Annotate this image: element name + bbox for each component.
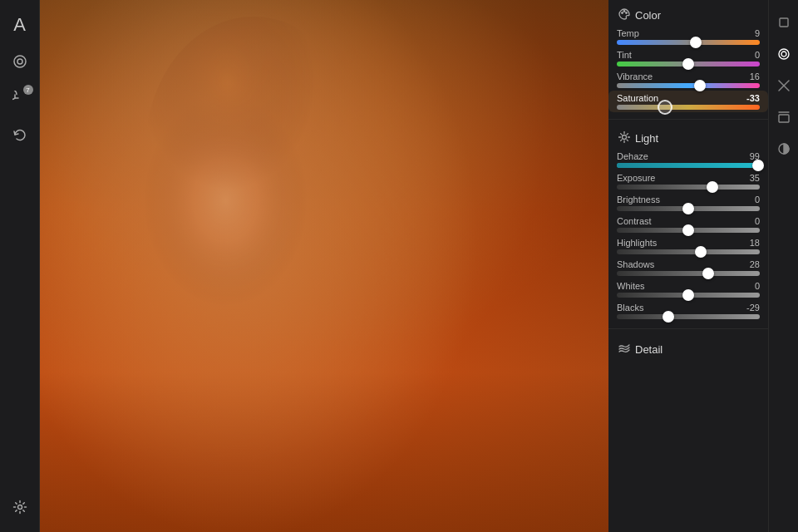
saturation-slider-row: Saturation -33 xyxy=(608,91,768,112)
svg-line-15 xyxy=(627,134,628,135)
vibrance-label: Vibrance xyxy=(617,71,653,81)
svg-rect-17 xyxy=(780,18,788,27)
settings-button[interactable] xyxy=(5,492,35,522)
blacks-label: Blacks xyxy=(617,303,643,313)
light-header-label: Light xyxy=(635,132,658,145)
exposure-label: Exposure xyxy=(617,173,655,183)
right-panel: Color Temp 9 Tint 0 Vibrance xyxy=(608,0,768,532)
svg-point-2 xyxy=(17,505,22,510)
shadows-label: Shadows xyxy=(617,259,654,269)
crop-icon-button[interactable] xyxy=(771,10,796,35)
vibrance-value: 16 xyxy=(740,71,760,81)
detail-section-header: Detail xyxy=(608,337,768,360)
color-section-header: Color xyxy=(608,3,768,26)
svg-line-16 xyxy=(621,140,623,141)
light-icon xyxy=(618,131,630,145)
temp-slider[interactable] xyxy=(617,40,760,45)
undo-button[interactable] xyxy=(5,120,35,150)
light-section-header: Light xyxy=(608,126,768,149)
filter-icon-button[interactable] xyxy=(771,42,796,66)
color-section: Color Temp 9 Tint 0 Vibrance xyxy=(608,0,768,116)
text-tool-button[interactable]: A xyxy=(5,10,35,40)
exposure-slider-row: Exposure 35 xyxy=(608,170,768,192)
temp-slider-row: Temp 9 xyxy=(608,26,768,47)
tint-slider-row: Tint 0 xyxy=(608,47,768,69)
photo-background xyxy=(40,0,608,532)
brush-icon-button[interactable] xyxy=(771,73,796,98)
svg-point-6 xyxy=(623,11,625,12)
vibrance-slider-row: Vibrance 16 xyxy=(608,69,768,91)
svg-point-1 xyxy=(17,59,22,64)
dehaze-slider-row: Dehaze 99 xyxy=(608,149,768,170)
detail-header-label: Detail xyxy=(635,343,663,356)
tint-label: Tint xyxy=(617,50,632,60)
left-toolbar: A 7 xyxy=(0,0,40,532)
highlights-value: 18 xyxy=(740,238,760,248)
brightness-slider[interactable] xyxy=(617,206,760,211)
svg-point-18 xyxy=(779,49,789,59)
svg-point-4 xyxy=(145,17,362,283)
shadows-value: 28 xyxy=(740,259,760,269)
svg-point-5 xyxy=(622,12,623,14)
contrast-slider-row: Contrast 0 xyxy=(608,214,768,235)
whites-value: 0 xyxy=(740,281,760,291)
highlights-slider[interactable] xyxy=(617,249,760,254)
saturation-label: Saturation xyxy=(617,93,658,103)
whites-slider-row: Whites 0 xyxy=(608,278,768,300)
saturation-value: -33 xyxy=(746,93,760,103)
svg-rect-22 xyxy=(779,115,789,122)
exposure-value: 35 xyxy=(740,173,760,183)
main-image-area xyxy=(40,0,608,532)
resize-icon-button[interactable] xyxy=(771,105,796,130)
shadows-slider[interactable] xyxy=(617,271,760,276)
color-header-label: Color xyxy=(635,9,661,22)
brightness-value: 0 xyxy=(740,195,760,204)
mask-icon-button[interactable] xyxy=(771,136,796,161)
history-button[interactable]: 7 xyxy=(5,83,35,113)
svg-point-8 xyxy=(623,135,627,140)
history-badge: 7 xyxy=(23,85,33,95)
blacks-slider[interactable] xyxy=(617,314,760,319)
temp-value: 9 xyxy=(740,28,760,38)
right-icons-panel xyxy=(768,0,798,532)
whites-label: Whites xyxy=(617,281,645,291)
contrast-label: Contrast xyxy=(617,216,652,226)
svg-point-7 xyxy=(626,12,628,14)
svg-point-0 xyxy=(14,56,26,67)
highlights-label: Highlights xyxy=(617,238,657,248)
svg-line-14 xyxy=(627,140,628,141)
svg-point-19 xyxy=(781,52,786,57)
blacks-slider-row: Blacks -29 xyxy=(608,300,768,322)
light-detail-divider xyxy=(608,328,768,329)
light-section: Light Dehaze 99 Exposure 35 xyxy=(608,123,768,325)
blacks-value: -29 xyxy=(740,303,760,313)
shadows-slider-row: Shadows 28 xyxy=(608,257,768,278)
detail-section: Detail xyxy=(608,332,768,365)
brightness-slider-row: Brightness 0 xyxy=(608,192,768,214)
contrast-slider[interactable] xyxy=(617,228,760,233)
dehaze-label: Dehaze xyxy=(617,151,648,161)
color-icon xyxy=(618,8,630,22)
highlights-slider-row: Highlights 18 xyxy=(608,235,768,257)
detail-icon xyxy=(618,342,630,357)
temp-label: Temp xyxy=(617,28,639,38)
contrast-value: 0 xyxy=(740,216,760,226)
brightness-label: Brightness xyxy=(617,195,660,204)
dehaze-slider[interactable] xyxy=(617,163,760,168)
tint-value: 0 xyxy=(740,50,760,60)
vibrance-slider[interactable] xyxy=(617,83,760,88)
brush-tool-button[interactable] xyxy=(5,47,35,76)
color-light-divider xyxy=(608,119,768,120)
svg-line-13 xyxy=(621,134,623,135)
exposure-slider[interactable] xyxy=(617,185,760,190)
tint-slider[interactable] xyxy=(617,62,760,66)
saturation-slider[interactable] xyxy=(617,105,760,110)
whites-slider[interactable] xyxy=(617,293,760,298)
